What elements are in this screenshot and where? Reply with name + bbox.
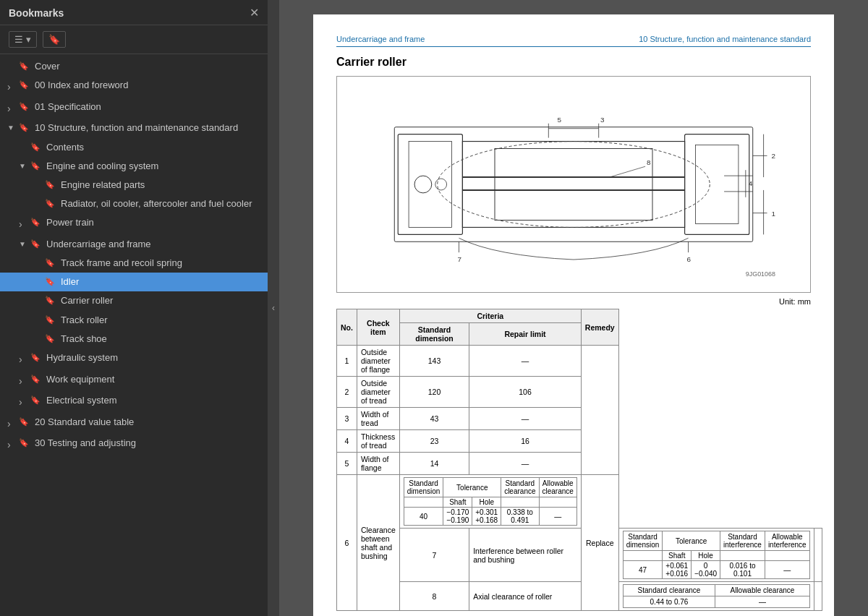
specifications-table: No. Check item Criteria Remedy Standard …: [336, 309, 822, 611]
toggle-undercarriage[interactable]: [19, 239, 30, 249]
table-row: 1 Outside diameter of flange 143 —: [337, 346, 822, 377]
toggle-electrical[interactable]: [19, 395, 30, 410]
bookmark-icon-spec: 🔖: [19, 101, 30, 112]
sidebar-title: Bookmarks: [9, 7, 64, 19]
col-std-dim: Standard dimension: [399, 323, 469, 346]
bookmark-icon-track-frame: 🔖: [45, 257, 56, 268]
bookmark-label-track-frame: Track frame and recoil spring: [61, 257, 263, 270]
table-row: 4 Thickness of tread 23 16: [337, 430, 822, 453]
view-mode-button[interactable]: ☰ ▾: [9, 31, 37, 48]
svg-text:4: 4: [749, 179, 753, 187]
bookmark-label-cover: Cover: [35, 60, 263, 73]
bookmark-icon-engine-related: 🔖: [45, 179, 56, 190]
bookmark-label-struct: 10 Structure, function and maintenance s…: [35, 121, 263, 134]
technical-diagram: 5 3 2 1 4 8: [336, 76, 811, 293]
bookmark-label-standard20: 20 Standard value table: [35, 416, 263, 429]
toggle-power-train[interactable]: [19, 218, 30, 232]
bookmark-icon-track-shoe: 🔖: [45, 333, 56, 344]
bookmark-icon-carrier-roller: 🔖: [45, 295, 56, 306]
sidebar-item-work-equip[interactable]: 🔖Work equipment: [0, 370, 268, 392]
table-row: 8 Axial clearance of roller Standard cle…: [337, 582, 822, 611]
svg-text:3: 3: [600, 116, 605, 124]
sidebar-item-idler[interactable]: 🔖Idler: [0, 273, 268, 291]
sidebar-item-struct[interactable]: 🔖10 Structure, function and maintenance …: [0, 119, 268, 137]
bookmark-list: 🔖Cover🔖00 Index and foreword🔖01 Specific…: [0, 54, 268, 616]
bookmark-label-work-equip: Work equipment: [46, 373, 263, 386]
sidebar-item-undercarriage[interactable]: 🔖Undercarriage and frame: [0, 235, 268, 254]
bookmark-label-testing30: 30 Testing and adjusting: [35, 437, 263, 450]
sidebar-item-track-shoe[interactable]: 🔖Track shoe: [0, 330, 268, 348]
section-title: Carrier roller: [336, 56, 811, 69]
bookmark-icon-idler: 🔖: [45, 276, 56, 287]
sidebar-item-index[interactable]: 🔖00 Index and foreword: [0, 76, 268, 98]
table-row: 2 Outside diameter of tread 120 106: [337, 377, 822, 408]
col-check: Check item: [357, 309, 399, 346]
bookmark-icon-undercarriage: 🔖: [30, 239, 42, 249]
sidebar-item-cover[interactable]: 🔖Cover: [0, 57, 268, 76]
toggle-hydraulic[interactable]: [19, 353, 30, 367]
sidebar-item-carrier-roller[interactable]: 🔖Carrier roller: [0, 291, 268, 310]
bookmark-icon-standard20: 🔖: [19, 416, 30, 427]
svg-text:7: 7: [457, 255, 461, 263]
toggle-engine-cooling[interactable]: [19, 161, 30, 171]
bookmark-icon-track-roller: 🔖: [45, 315, 56, 325]
svg-text:5: 5: [557, 116, 561, 124]
bookmark-label-engine-related: Engine related parts: [61, 179, 263, 192]
toggle-standard20[interactable]: [7, 417, 19, 432]
bookmark-icon-hydraulic: 🔖: [30, 352, 42, 363]
bookmark-icon-power-train: 🔖: [30, 217, 42, 228]
table-row: 7 Interference between roller and bushin…: [337, 529, 822, 582]
sidebar-item-track-roller[interactable]: 🔖Track roller: [0, 311, 268, 330]
bookmark-icon-cover: 🔖: [19, 61, 30, 72]
svg-rect-0: [394, 127, 752, 242]
table-row: 3 Width of tread 43 —: [337, 408, 822, 430]
bookmark-add-button[interactable]: 🔖: [43, 31, 66, 48]
col-criteria: Criteria: [399, 309, 581, 323]
bookmark-label-engine-cooling: Engine and cooling system: [46, 160, 263, 173]
toggle-index[interactable]: [7, 80, 19, 95]
sidebar-item-contents[interactable]: 🔖Contents: [0, 138, 268, 157]
svg-text:6: 6: [687, 255, 692, 263]
toggle-spec[interactable]: [7, 102, 19, 116]
bookmark-label-radiator: Radiator, oil cooler, aftercooler and fu…: [61, 197, 263, 210]
svg-text:9JG01068: 9JG01068: [746, 270, 775, 278]
sidebar-item-engine-cooling[interactable]: 🔖Engine and cooling system: [0, 157, 268, 176]
sidebar-item-radiator[interactable]: 🔖Radiator, oil cooler, aftercooler and f…: [0, 194, 268, 213]
sidebar-item-standard20[interactable]: 🔖20 Standard value table: [0, 413, 268, 435]
main-content: ‹ Undercarriage and frame 10 Structure, …: [268, 0, 868, 616]
bookmark-label-power-train: Power train: [46, 216, 263, 229]
header-right: 10 Structure, function and maintenance s…: [639, 35, 811, 43]
sidebar-header: Bookmarks ✕: [0, 0, 268, 25]
sidebar-item-testing30[interactable]: 🔖30 Testing and adjusting: [0, 434, 268, 455]
bookmark-label-idler: Idler: [61, 275, 263, 288]
bookmark-label-index: 00 Index and foreword: [35, 79, 263, 92]
sidebar-item-track-frame[interactable]: 🔖Track frame and recoil spring: [0, 254, 268, 273]
sidebar-item-engine-related[interactable]: 🔖Engine related parts: [0, 176, 268, 194]
toggle-testing30[interactable]: [7, 438, 19, 453]
svg-text:2: 2: [771, 152, 775, 160]
svg-text:1: 1: [771, 210, 775, 218]
col-repair: Repair limit: [469, 323, 582, 346]
bookmark-icon-contents: 🔖: [30, 142, 42, 153]
bookmark-label-carrier-roller: Carrier roller: [61, 294, 263, 307]
toggle-work-equip[interactable]: [19, 375, 30, 389]
bookmark-label-electrical: Electrical system: [46, 394, 263, 407]
bookmark-label-track-shoe: Track shoe: [61, 333, 263, 346]
toggle-struct[interactable]: [7, 123, 19, 133]
bookmark-icon-index: 🔖: [19, 80, 30, 90]
bookmark-label-track-roller: Track roller: [61, 314, 263, 327]
sidebar-toolbar: ☰ ▾ 🔖: [0, 25, 268, 54]
col-remedy: Remedy: [581, 309, 618, 346]
sidebar-item-power-train[interactable]: 🔖Power train: [0, 213, 268, 235]
sidebar-item-electrical[interactable]: 🔖Electrical system: [0, 391, 268, 413]
page-header: Undercarriage and frame 10 Structure, fu…: [336, 35, 811, 47]
col-no: No.: [337, 309, 357, 346]
close-button[interactable]: ✕: [250, 7, 259, 19]
page-paper: Undercarriage and frame 10 Structure, fu…: [313, 14, 834, 616]
sidebar: Bookmarks ✕ ☰ ▾ 🔖 🔖Cover🔖00 Index and fo…: [0, 0, 268, 616]
svg-text:8: 8: [647, 158, 651, 166]
table-row: 5 Width of flange 14 —: [337, 453, 822, 475]
sidebar-item-spec[interactable]: 🔖01 Specification: [0, 98, 268, 119]
sidebar-item-hydraulic[interactable]: 🔖Hydraulic system: [0, 348, 268, 370]
collapse-sidebar-button[interactable]: ‹: [268, 0, 279, 616]
